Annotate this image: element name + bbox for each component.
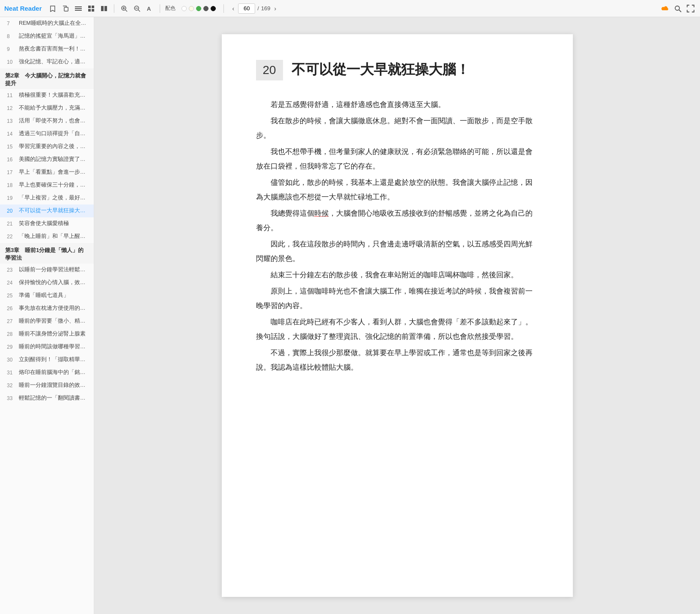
search-icon[interactable] (673, 3, 683, 14)
paragraph-10: 不過，實際上我很少那麼做。就算要在早上學習或工作，通常也是等到回家之後再說。我認… (256, 346, 539, 375)
sidebar-item-7[interactable]: 7 REM睡眠時的大腦止在全力整... (0, 17, 94, 30)
color-dots (182, 6, 216, 11)
sidebar-item-8[interactable]: 8 記憶的搖籃宣「海馬迴」越晚... (0, 30, 94, 43)
bookmark-icon[interactable] (48, 4, 57, 13)
color-dot-cream[interactable] (189, 6, 194, 11)
svg-line-11 (125, 10, 127, 12)
fullscreen-icon[interactable] (685, 3, 696, 14)
svg-rect-1 (75, 6, 82, 7)
svg-rect-6 (88, 9, 91, 12)
sidebar-item-18[interactable]: 18 早上也要確保三十分鐘，您... (0, 179, 94, 192)
sidebar-item-31[interactable]: 31 烙印在睡前腦海中的「銘記... (0, 366, 94, 379)
grid-icon[interactable] (86, 4, 96, 13)
color-label: 配色 (165, 5, 176, 12)
color-dot-dark[interactable] (203, 6, 209, 11)
sidebar-item-24[interactable]: 24 保持愉悅的心情入腦，效果... (0, 276, 94, 289)
annotated-word: 時候 (314, 209, 329, 217)
columns-icon[interactable] (99, 4, 109, 13)
book-content: 若是五感覺得舒適，這種舒適感也會直接傳送至大腦。 我在散步的時候，會讓大腦徹底休… (256, 98, 539, 375)
sidebar-item-21[interactable]: 21 笑容會使大腦愛積極 (0, 217, 94, 230)
content-area: 20 不可以從一大早就狂操大腦！ 若是五感覺得舒適，這種舒適感也會直接傳送至大腦… (94, 17, 700, 614)
separator-2 (160, 4, 160, 13)
svg-rect-3 (75, 10, 82, 11)
app-title: Neat Reader (4, 5, 42, 12)
chapter-title: 不可以從一大早就狂操大腦！ (292, 61, 470, 79)
paragraph-4: 儘管如此，散步的時候，我基本上還是處於放空的狀態。我會讓大腦停止記憶，因為大腦應… (256, 175, 539, 205)
svg-rect-4 (88, 6, 91, 8)
sidebar-item-9[interactable]: 9 熬夜念書百害而無一利！死記... (0, 43, 94, 56)
svg-line-19 (679, 10, 681, 12)
page-navigation: ‹ / 169 › (231, 3, 278, 14)
color-dot-black[interactable] (211, 6, 216, 11)
sidebar-item-26[interactable]: 26 事先放在枕邊方便使用的電... (0, 302, 94, 315)
sidebar-item-27[interactable]: 27 睡前的學習要「微小、精略... (0, 315, 94, 328)
paragraph-7: 結束三十分鐘左右的散步後，我會在車站附近的咖啡店喝杯咖啡，然後回家。 (256, 268, 539, 282)
page-total: 169 (261, 5, 271, 12)
paragraph-1: 若是五感覺得舒適，這種舒適感也會直接傳送至大腦。 (256, 98, 539, 112)
main-layout: 7 REM睡眠時的大腦止在全力整... 8 記憶的搖籃宣「海馬迴」越晚... 9… (0, 17, 700, 614)
text-size-icon[interactable]: A (145, 4, 155, 13)
sidebar-item-28[interactable]: 28 睡前不讓身體分泌腎上腺素 (0, 328, 94, 341)
color-dot-green[interactable] (196, 6, 201, 11)
separator-1 (114, 4, 114, 13)
right-icons (660, 3, 696, 14)
sidebar-item-19[interactable]: 19 「早上複習」之後，最好您... (0, 192, 94, 205)
sidebar-item-11[interactable]: 11 積極很重要！大腦喜歡充實... (0, 89, 94, 102)
paragraph-3: 我也不想帶手機，但考量到家人的健康狀況，有必須緊急聯絡的可能，所以還是會放在口袋… (256, 145, 539, 174)
svg-rect-7 (92, 9, 94, 12)
chapter-num: 20 (256, 60, 283, 80)
zoom-in-icon[interactable] (119, 4, 129, 13)
sidebar-item-15[interactable]: 15 學習完重要的內容之後，最... (0, 140, 94, 153)
sidebar-item-33[interactable]: 33 輕鬆記憶的一「翻閱讀書法」 (0, 392, 94, 405)
svg-point-18 (675, 6, 679, 10)
chapter-2-header: 第2章 今大腦開心，記憶力就會提升 (0, 68, 94, 89)
sidebar-item-16[interactable]: 16 美國的記憶力實驗證實了睡... (0, 153, 94, 166)
toolbar: Neat Reader (0, 0, 700, 17)
zoom-out-icon[interactable] (132, 4, 142, 13)
paragraph-8: 原則上，這個咖啡時光也不會讓大腦工作，唯獨在接近考試的時候，我會複習前一晚學習的… (256, 284, 539, 313)
color-dot-white[interactable] (182, 6, 187, 11)
sidebar-item-25[interactable]: 25 準備「睡眠七道具」 (0, 289, 94, 302)
svg-rect-0 (64, 7, 68, 11)
sidebar: 7 REM睡眠時的大腦止在全力整... 8 記憶的搖籃宣「海馬迴」越晚... 9… (0, 17, 94, 614)
page-input[interactable] (238, 3, 255, 14)
sidebar-item-10[interactable]: 10 強化記憶、牢記在心，適當... (0, 56, 94, 68)
separator-3 (223, 4, 224, 13)
cloud-icon[interactable] (660, 3, 670, 14)
chapter-header: 20 不可以從一大早就狂操大腦！ (256, 60, 539, 80)
svg-text:A: A (147, 6, 151, 12)
chapter-3-header: 第3章 睡前1分鐘是「懶人」的學習法 (0, 243, 94, 264)
svg-rect-9 (104, 6, 107, 11)
copy-icon[interactable] (61, 4, 70, 13)
svg-rect-2 (75, 8, 82, 9)
sidebar-item-14[interactable]: 14 透過三句口頭禪提升「自然... (0, 128, 94, 140)
paragraph-5: 我總覺得這個時候，大腦會開心地吸收五感接收到的舒暢感覺，並將之化為自己的養分。 (256, 206, 539, 235)
next-page-button[interactable]: › (273, 4, 278, 13)
paragraph-9: 咖啡店在此時已經有不少客人，看到人群，大腦也會覺得「差不多該動起來了」。換句話說… (256, 315, 539, 344)
prev-page-button[interactable]: ‹ (231, 4, 236, 13)
sidebar-item-12[interactable]: 12 不能給予大腦壓力，充滿壓... (0, 102, 94, 115)
menu-icon[interactable] (74, 4, 83, 13)
sidebar-item-13[interactable]: 13 活用「即使不努力，也會自... (0, 115, 94, 128)
svg-rect-8 (101, 6, 104, 11)
sidebar-item-30[interactable]: 30 立刻醒得到！「擷取精華速... (0, 353, 94, 366)
paragraph-2: 我在散步的時候，會讓大腦徹底休息。絕對不會一面閱讀、一面散步，而是空手散步。 (256, 114, 539, 143)
sidebar-item-22[interactable]: 22 「晚上睡前」和「早上醒來... (0, 230, 94, 243)
svg-rect-5 (92, 6, 94, 8)
page-separator: / (257, 5, 259, 12)
sidebar-item-32[interactable]: 32 睡前一分鐘溜覽目錄的效果... (0, 379, 94, 392)
sidebar-item-17[interactable]: 17 早上「看重點」會進一步提... (0, 166, 94, 179)
paragraph-6: 因此，我在這段散步的時間內，只會邊走邊呼吸清新的空氣，以五感感受四周光鮮閃耀的景… (256, 237, 539, 266)
sidebar-item-29[interactable]: 29 睡前的時間該做哪種學習比... (0, 341, 94, 353)
book-page: 20 不可以從一大早就狂操大腦！ 若是五感覺得舒適，這種舒適感也會直接傳送至大腦… (222, 34, 573, 597)
svg-line-15 (138, 10, 140, 12)
sidebar-item-23[interactable]: 23 以睡前一分鐘學習法輕鬆背... (0, 264, 94, 276)
sidebar-item-20[interactable]: 20 不可以從一大早就狂操大腦！ (0, 205, 94, 217)
